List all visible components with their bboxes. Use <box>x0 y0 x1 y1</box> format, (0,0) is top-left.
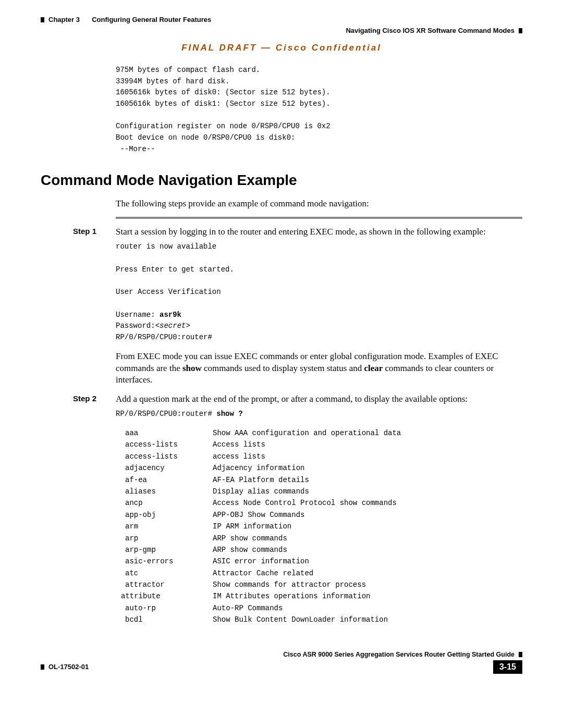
show-option-cmd: bcdl <box>116 614 213 625</box>
show-option-desc: ASIC error information <box>213 556 522 567</box>
step-label: Step 1 <box>41 226 116 238</box>
show-option-row: arpARP show commands <box>116 533 522 544</box>
show-option-cmd: arp-gmp <box>116 544 213 556</box>
show-option-desc: Access lists <box>213 439 522 450</box>
show-option-cmd: adjacency <box>116 462 213 474</box>
doc-number: OL-17502-01 <box>48 663 89 671</box>
confidential-banner: FINAL DRAFT — Cisco Confidential <box>41 43 522 53</box>
show-option-row: af-eaAF-EA Platform details <box>116 474 522 486</box>
step-label: Step 2 <box>41 393 116 405</box>
show-option-cmd: arm <box>116 521 213 532</box>
page-footer: Cisco ASR 9000 Series Aggregation Servic… <box>41 651 522 674</box>
show-option-desc: AF-EA Platform details <box>213 474 522 486</box>
step-2-prompt: RP/0/RSP0/CPU0:router# show ? <box>116 409 522 420</box>
show-option-desc: Access Node Control Protocol show comman… <box>213 497 522 509</box>
guide-title: Cisco ASR 9000 Series Aggregation Servic… <box>283 651 515 658</box>
show-option-row: asic-errorsASIC error information <box>116 556 522 567</box>
show-option-desc: IP ARM information <box>213 521 522 532</box>
show-option-desc: Adjacency information <box>213 462 522 474</box>
code-line: User Access Verification <box>116 287 522 298</box>
show-option-row: adjacencyAdjacency information <box>116 462 522 474</box>
show-option-desc: ARP show commands <box>213 533 522 544</box>
document-page: Chapter 3 Configuring General Router Fea… <box>0 0 563 695</box>
show-option-desc: access lists <box>213 451 522 462</box>
show-option-row: bcdlShow Bulk Content DownLoader informa… <box>116 614 522 625</box>
show-option-desc: Show AAA configuration and operational d… <box>213 427 522 439</box>
section-heading: Command Mode Navigation Example <box>41 172 522 189</box>
show-option-row: arp-gmpARP show commands <box>116 544 522 556</box>
header-bar-icon <box>519 28 522 33</box>
code-line: Press Enter to get started. <box>116 264 522 276</box>
show-option-cmd: af-ea <box>116 474 213 486</box>
show-option-row: access-listsaccess lists <box>116 451 522 462</box>
show-option-cmd: atc <box>116 567 213 579</box>
show-option-desc: ARP show commands <box>213 544 522 556</box>
show-option-cmd: auto-rp <box>116 602 213 614</box>
show-option-row: aaaShow AAA configuration and operationa… <box>116 427 522 439</box>
footer-bar-icon <box>519 652 522 657</box>
chapter-title: Configuring General Router Features <box>92 16 211 23</box>
page-header: Chapter 3 Configuring General Router Fea… <box>41 16 522 23</box>
section-title: Navigating Cisco IOS XR Software Command… <box>346 27 515 34</box>
show-option-desc: APP-OBJ Show Commands <box>213 509 522 521</box>
show-option-row: attractorShow commands for attractor pro… <box>116 579 522 590</box>
step-1-text: Start a session by logging in to the rou… <box>116 226 522 238</box>
code-line: Password:<secret> <box>116 320 522 332</box>
show-option-cmd: access-lists <box>116 451 213 462</box>
header-bar-icon <box>41 17 44 22</box>
show-option-cmd: aliases <box>116 486 213 497</box>
page-subheader: Navigating Cisco IOS XR Software Command… <box>41 27 522 34</box>
terminal-output-intro: 975M bytes of compact flash card. 33994M… <box>116 65 522 155</box>
show-option-row: aliasesDisplay alias commands <box>116 486 522 497</box>
code-line: Username: asr9k <box>116 310 522 321</box>
step-1-row: Step 1 Start a session by logging in to … <box>41 226 522 238</box>
footer-bottom: OL-17502-01 3-15 <box>41 660 522 674</box>
step-2-row: Step 2 Add a question mark at the end of… <box>41 393 522 405</box>
chapter-number: Chapter 3 <box>48 16 80 23</box>
show-option-row: ancpAccess Node Control Protocol show co… <box>116 497 522 509</box>
horizontal-rule <box>116 217 522 219</box>
show-option-row: armIP ARM information <box>116 521 522 532</box>
step-1-code: router is now available Press Enter to g… <box>116 241 522 343</box>
show-option-desc: Show Bulk Content DownLoader information <box>213 614 522 625</box>
show-option-cmd: app-obj <box>116 509 213 521</box>
show-option-cmd: aaa <box>116 427 213 439</box>
step-1-after: From EXEC mode you can issue EXEC comman… <box>116 351 522 387</box>
show-options-table: aaaShow AAA configuration and operationa… <box>116 427 522 626</box>
show-option-desc: Show commands for attractor process <box>213 579 522 590</box>
step-2-text: Add a question mark at the end of the pr… <box>116 393 522 405</box>
show-option-row: auto-rpAuto-RP Commands <box>116 602 522 614</box>
code-line: router is now available <box>116 241 522 253</box>
show-option-row: app-objAPP-OBJ Show Commands <box>116 509 522 521</box>
show-option-desc: Attractor Cache related <box>213 567 522 579</box>
show-option-row: atcAttractor Cache related <box>116 567 522 579</box>
show-option-cmd: attribute <box>116 590 213 602</box>
show-option-row: attributeIM Attributes operations inform… <box>116 590 522 602</box>
code-line: RP/0/RSP0/CPU0:router# <box>116 332 522 343</box>
page-number: 3-15 <box>493 660 522 674</box>
header-left: Chapter 3 Configuring General Router Fea… <box>41 16 211 23</box>
show-option-desc: Auto-RP Commands <box>213 602 522 614</box>
lead-paragraph: The following steps provide an example o… <box>116 198 522 210</box>
footer-guide-line: Cisco ASR 9000 Series Aggregation Servic… <box>41 651 522 658</box>
show-option-desc: Display alias commands <box>213 486 522 497</box>
show-option-cmd: asic-errors <box>116 556 213 567</box>
show-option-row: access-listsAccess lists <box>116 439 522 450</box>
show-option-desc: IM Attributes operations information <box>213 590 522 602</box>
show-option-cmd: arp <box>116 533 213 544</box>
show-option-cmd: ancp <box>116 497 213 509</box>
footer-bar-icon <box>41 664 44 670</box>
show-option-cmd: attractor <box>116 579 213 590</box>
show-option-cmd: access-lists <box>116 439 213 450</box>
